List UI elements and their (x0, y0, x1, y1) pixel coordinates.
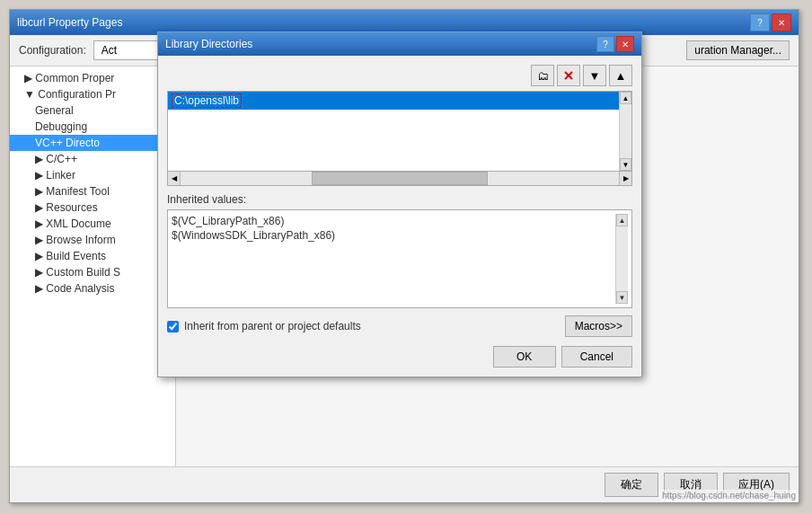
inherited-scroll-up[interactable]: ▲ (616, 214, 628, 226)
dialog-title: Library Directories (165, 38, 252, 50)
dialog-body: 🗂 ▼ ▲ C:\openssl\lib ▲ (158, 56, 641, 377)
h-scroll-thumb[interactable] (312, 172, 487, 185)
dialog-toolbar: 🗂 ▼ ▲ (167, 65, 632, 86)
delete-icon-button[interactable] (557, 65, 580, 86)
inherited-scroll-thumb[interactable] (616, 226, 628, 291)
move-down-icon-button[interactable]: ▼ (583, 65, 606, 86)
dir-list-container: C:\openssl\lib ▲ ▼ (167, 91, 632, 172)
dialog-title-bar: Library Directories ? ✕ (158, 32, 641, 56)
scroll-down-arrow[interactable]: ▼ (620, 158, 631, 171)
dir-list[interactable]: C:\openssl\lib (168, 92, 619, 171)
library-directories-dialog: Library Directories ? ✕ 🗂 ▼ ▲ (157, 31, 642, 377)
inherited-line-2: $(WindowsSDK_LibraryPath_x86) (172, 228, 615, 243)
dir-item-text: C:\openssl\lib (172, 93, 242, 108)
inherited-label: Inherited values: (167, 193, 632, 206)
dialog-close-button[interactable]: ✕ (616, 36, 634, 52)
inherited-scrollbar: ▲ ▼ (615, 214, 628, 304)
dialog-help-button[interactable]: ? (596, 36, 614, 52)
h-scrollbar: ◀ ▶ (167, 172, 632, 186)
inherit-checkbox[interactable] (167, 321, 179, 332)
scroll-thumb[interactable] (620, 104, 631, 158)
folder-icon-button[interactable]: 🗂 (531, 65, 554, 86)
move-up-icon-button[interactable]: ▲ (609, 65, 632, 86)
dialog-buttons: OK Cancel (167, 346, 632, 368)
inherited-scroll-down[interactable]: ▼ (616, 291, 628, 304)
h-scroll-right[interactable]: ▶ (619, 172, 631, 185)
inherited-line-1: $(VC_LibraryPath_x86) (172, 214, 615, 228)
macros-button[interactable]: Macros>> (565, 315, 632, 337)
h-scroll-left[interactable]: ◀ (168, 172, 181, 185)
h-scroll-track[interactable] (181, 172, 619, 185)
checkbox-row: Inherit from parent or project defaults … (167, 315, 632, 337)
inherited-box: $(VC_LibraryPath_x86) $(WindowsSDK_Libra… (167, 209, 632, 308)
dialog-ok-button[interactable]: OK (493, 346, 556, 368)
dialog-cancel-button[interactable]: Cancel (561, 346, 632, 368)
dir-list-item[interactable]: C:\openssl\lib (168, 92, 619, 110)
dir-scrollbar: ▲ ▼ (619, 92, 631, 171)
dialog-overlay: Library Directories ? ✕ 🗂 ▼ ▲ (0, 0, 812, 514)
inherit-checkbox-label: Inherit from parent or project defaults (184, 320, 361, 332)
scroll-up-arrow[interactable]: ▲ (620, 92, 631, 104)
dialog-title-controls: ? ✕ (596, 36, 634, 52)
inherited-content: $(VC_LibraryPath_x86) $(WindowsSDK_Libra… (172, 214, 615, 304)
